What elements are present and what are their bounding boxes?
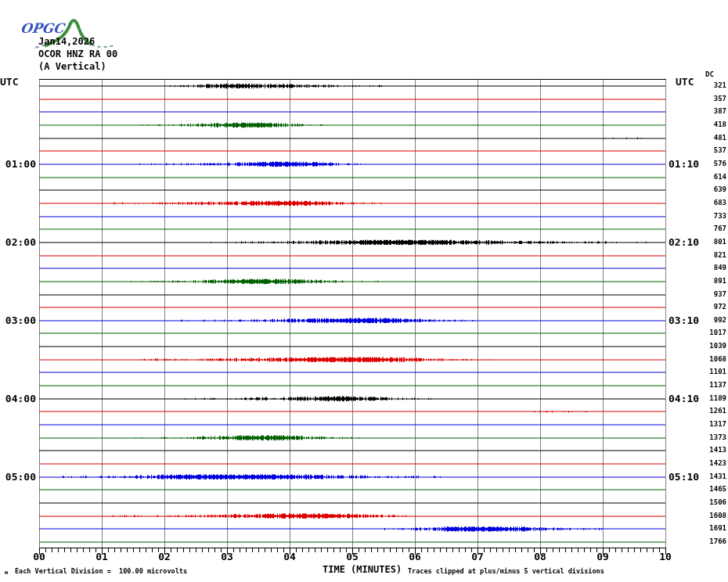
footer-marker: м [5,569,8,576]
dc-value: 1691 [702,524,726,532]
dc-value: 1373 [702,433,726,441]
dc-value: 321 [702,81,726,89]
helicorder-page: OPGC Jan14,2026 OCOR HNZ RA 00 (A Vertic… [0,0,728,582]
scale-note: Each Vertical Division = 100.00 microvol… [15,567,187,575]
x-tick-label: 01 [86,551,117,562]
x-tick-label: 04 [274,551,305,562]
dc-value: 1189 [702,394,726,402]
dc-value: 1317 [702,420,726,428]
dc-value: 1068 [702,355,726,363]
dc-value: 1608 [702,512,726,519]
dc-value: 1261 [702,407,726,415]
x-tick-label: 08 [524,551,556,562]
hour-label-left: 04:00 [0,393,36,404]
hour-label-right: 01:10 [669,158,699,170]
dc-value: 1766 [702,537,726,545]
dc-value: 767 [702,225,726,232]
dc-value: 357 [702,95,726,102]
dc-value: 537 [702,146,726,154]
x-tick-label: 05 [337,551,368,562]
hour-label-right: 04:10 [669,393,699,404]
opgc-logo-text: OPGC [20,20,65,36]
hour-label-right: 02:10 [669,236,699,248]
x-tick-label: 09 [587,551,618,562]
dc-value: 639 [702,185,726,193]
dc-value: 1423 [702,459,726,467]
opgc-logo: OPGC [3,2,89,39]
x-tick-label: 06 [399,551,431,562]
hour-label-right: 03:10 [669,314,699,326]
dc-value: 418 [702,120,726,128]
helicorder-canvas [0,0,728,582]
x-tick-label: 00 [23,551,55,562]
hour-label-left: 03:00 [0,314,36,326]
dc-value: 387 [702,107,726,115]
dc-value: 937 [702,290,726,298]
dc-value: 801 [702,238,726,246]
dc-value: 1039 [702,342,726,350]
utc-left-label: UTC [0,76,18,88]
dc-value: 576 [702,160,726,167]
header-station: OCOR HNZ RA 00 [38,48,117,59]
header-date: Jan14,2026 [38,36,95,47]
dc-value: 733 [702,212,726,220]
dc-column-header: DC [705,70,714,78]
hour-label-left: 01:00 [0,158,36,170]
hour-label-right: 05:10 [669,471,699,483]
dc-value: 891 [702,277,726,285]
dc-value: 683 [702,199,726,207]
dc-value: 1465 [702,485,726,493]
dc-value: 992 [702,316,726,324]
utc-right-label: UTC [676,76,694,88]
x-axis-title: TIME (MINUTES) [323,564,402,575]
dc-value: 1137 [702,381,726,389]
x-tick-label: 07 [462,551,493,562]
header-component: (A Vertical) [38,61,106,72]
hour-label-left: 05:00 [0,471,36,483]
dc-value: 972 [702,303,726,311]
dc-value: 849 [702,264,726,271]
dc-value: 614 [702,173,726,181]
dc-value: 1413 [702,446,726,454]
dc-value: 1431 [702,472,726,480]
dc-value: 1017 [702,329,726,336]
dc-value: 821 [702,251,726,259]
dc-value: 1101 [702,368,726,375]
clip-note: Traces clipped at plus/minus 5 vertical … [408,567,604,575]
dc-value: 481 [702,134,726,142]
x-tick-label: 02 [149,551,180,562]
x-tick-label: 03 [211,551,243,562]
dc-value: 1506 [702,498,726,506]
x-tick-label: 10 [650,551,681,562]
hour-label-left: 02:00 [0,236,36,248]
